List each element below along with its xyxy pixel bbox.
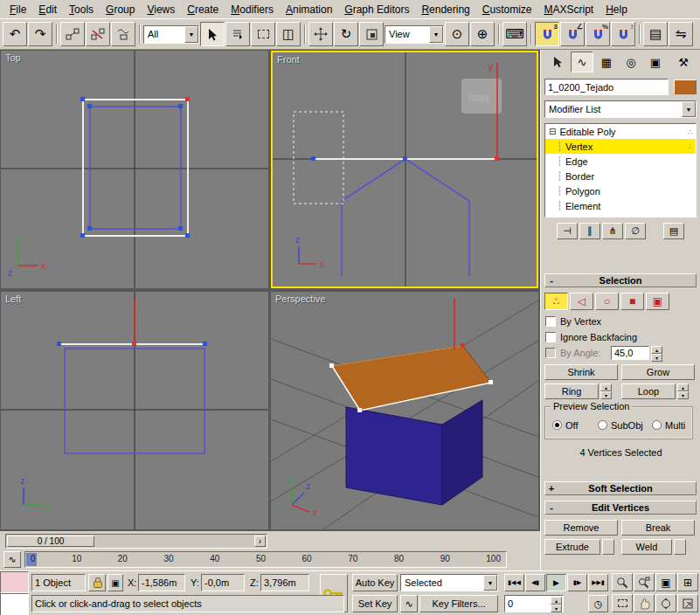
select-and-manipulate-button[interactable]: ⊕ (470, 22, 495, 46)
pin-stack-button[interactable]: ⊣ (557, 223, 578, 239)
by-vertex-label[interactable]: By Vertex (560, 316, 601, 327)
bind-to-spacewarp-button[interactable] (111, 22, 135, 46)
dropdown-arrow-icon[interactable]: ▼ (483, 575, 497, 591)
y-coordinate-field[interactable]: -0,0m (201, 574, 245, 591)
remove-button[interactable]: Remove (544, 520, 618, 536)
edit-vertices-rollout-header[interactable]: - Edit Vertices (544, 501, 697, 515)
viewport-top-label[interactable]: Top (5, 52, 21, 63)
z-coordinate-field[interactable]: 3,796m (260, 574, 309, 591)
modifier-stack-list[interactable]: ⊟ Editable Poly ∴ ┆ Vertex ∴ ┆ Edge ┆ Bo… (544, 123, 697, 218)
go-to-end-button[interactable]: ▶▶▮ (588, 574, 608, 591)
zoom-region-button[interactable] (612, 594, 633, 612)
element-subobject-button[interactable]: ▣ (646, 293, 669, 310)
select-and-link-button[interactable] (60, 22, 85, 46)
spinner-down-icon[interactable]: ▾ (651, 354, 662, 362)
menu-rendering[interactable]: Rendering (415, 1, 475, 18)
by-vertex-checkbox[interactable] (545, 316, 556, 327)
vertex-subobject-button[interactable]: ∴ (544, 293, 568, 310)
polygon-subobject-button[interactable]: ■ (620, 293, 644, 310)
stack-row-border[interactable]: ┆ Border (545, 169, 696, 183)
new-key-mode-button[interactable]: ∿ (400, 595, 418, 612)
undo-button[interactable]: ↶ (3, 22, 27, 46)
go-to-start-button[interactable]: ▮◀◀ (504, 574, 524, 591)
unlink-selection-button[interactable] (86, 22, 110, 46)
stack-row-edge[interactable]: ┆ Edge (545, 154, 696, 169)
viewport-perspective-label[interactable]: Perspective (275, 294, 325, 304)
loop-button[interactable]: Loop (621, 384, 676, 399)
set-key-button[interactable]: Set Key (352, 595, 398, 612)
menu-help[interactable]: Help (600, 1, 634, 18)
selection-lock-button[interactable] (88, 574, 106, 591)
soft-selection-rollout-header[interactable]: + Soft Selection (544, 481, 697, 495)
show-end-result-button[interactable]: ∥ (579, 223, 600, 239)
rectangular-selection-button[interactable] (251, 22, 275, 46)
tab-utilities[interactable]: ⚒ (672, 52, 695, 73)
maxscript-mini-listener-white[interactable] (0, 593, 29, 615)
extrude-button[interactable]: Extrude (544, 539, 600, 555)
pan-button[interactable] (634, 594, 655, 612)
percent-snap-button[interactable]: % (586, 22, 610, 46)
menu-modifiers[interactable]: Modifiers (225, 1, 280, 18)
zoom-all-button[interactable] (634, 573, 655, 591)
weld-settings-button[interactable] (674, 539, 686, 555)
x-coordinate-field[interactable]: -1,586m (138, 574, 185, 591)
object-color-swatch[interactable] (674, 79, 697, 94)
menu-tools[interactable]: Tools (63, 1, 100, 18)
menu-customize[interactable]: Customize (476, 1, 538, 18)
select-by-name-button[interactable] (225, 22, 250, 46)
maximize-viewport-toggle-button[interactable] (677, 594, 698, 612)
menu-graph-editors[interactable]: Graph Editors (338, 1, 415, 18)
spinner-up-icon[interactable]: ▴ (651, 346, 662, 354)
redo-button[interactable]: ↷ (28, 22, 52, 46)
named-selection-sets-button[interactable]: ▤ (643, 22, 668, 46)
tab-display[interactable]: ▣ (644, 52, 667, 73)
stack-row-editable-poly[interactable]: ⊟ Editable Poly ∴ (545, 124, 696, 139)
frame-spinner[interactable]: ▴ ▾ (551, 597, 562, 611)
break-button[interactable]: Break (621, 520, 695, 536)
viewport-front[interactable]: Front max y (271, 51, 538, 288)
arc-rotate-button[interactable] (655, 594, 676, 612)
preview-off-radio[interactable] (552, 420, 562, 430)
spinner-up-icon[interactable]: ▴ (677, 384, 689, 391)
previous-frame-button[interactable]: ◀▮ (525, 574, 545, 591)
collapse-icon[interactable]: ⊟ (549, 127, 556, 136)
open-mini-curve-editor-button[interactable]: ∿ (3, 551, 21, 568)
tab-create[interactable] (546, 52, 569, 73)
spinner-down-icon[interactable]: ▾ (551, 605, 562, 612)
select-and-rotate-button[interactable]: ↻ (334, 22, 358, 46)
object-name-field[interactable]: 1_0200_Tejado (544, 79, 669, 95)
preview-off-label[interactable]: Off (565, 420, 578, 431)
mirror-button[interactable]: ⇋ (669, 22, 693, 46)
viewport-top[interactable]: Top y x z (1, 51, 268, 288)
dropdown-arrow-icon[interactable]: ▼ (184, 26, 198, 43)
by-angle-checkbox[interactable] (545, 348, 556, 358)
preview-multi-label[interactable]: Multi (665, 420, 685, 431)
ignore-backfacing-label[interactable]: Ignore Backfacing (560, 332, 637, 342)
viewport-left[interactable]: Left z y (1, 292, 268, 529)
current-frame-field[interactable]: 0 ▴ ▾ (504, 595, 564, 612)
stack-row-polygon[interactable]: ┆ Polygon (545, 183, 696, 198)
modifier-list-dropdown[interactable]: Modifier List ▼ (544, 100, 697, 118)
ignore-backfacing-checkbox[interactable] (545, 332, 556, 342)
absolute-offset-toggle-button[interactable]: ▣ (107, 574, 123, 591)
zoom-button[interactable] (612, 573, 633, 591)
shrink-button[interactable]: Shrink (544, 364, 618, 380)
angle-snap-button[interactable]: ∠ (560, 22, 585, 46)
menu-create[interactable]: Create (181, 1, 225, 18)
reference-coordinate-dropdown[interactable]: View ▼ (385, 25, 444, 44)
menu-file[interactable]: File (3, 1, 32, 18)
key-filters-button[interactable]: Key Filters... (419, 595, 498, 612)
menu-edit[interactable]: Edit (32, 1, 63, 18)
spinner-up-icon[interactable]: ▴ (551, 597, 562, 605)
menu-maxscript[interactable]: MAXScript (538, 1, 600, 18)
dropdown-arrow-icon[interactable]: ▼ (429, 26, 443, 43)
preview-multi-radio[interactable] (652, 420, 662, 430)
menu-views[interactable]: Views (141, 1, 181, 18)
ring-button[interactable]: Ring (544, 384, 599, 399)
remove-modifier-button[interactable]: ∅ (625, 223, 646, 239)
keyboard-override-button[interactable]: ⌨ (502, 22, 527, 46)
preview-subobj-label[interactable]: SubObj (611, 420, 643, 431)
zoom-extents-all-button[interactable]: ⊞ (677, 573, 698, 591)
tab-motion[interactable]: ◎ (620, 52, 642, 73)
snaps-toggle-button[interactable]: 3 (535, 22, 559, 46)
